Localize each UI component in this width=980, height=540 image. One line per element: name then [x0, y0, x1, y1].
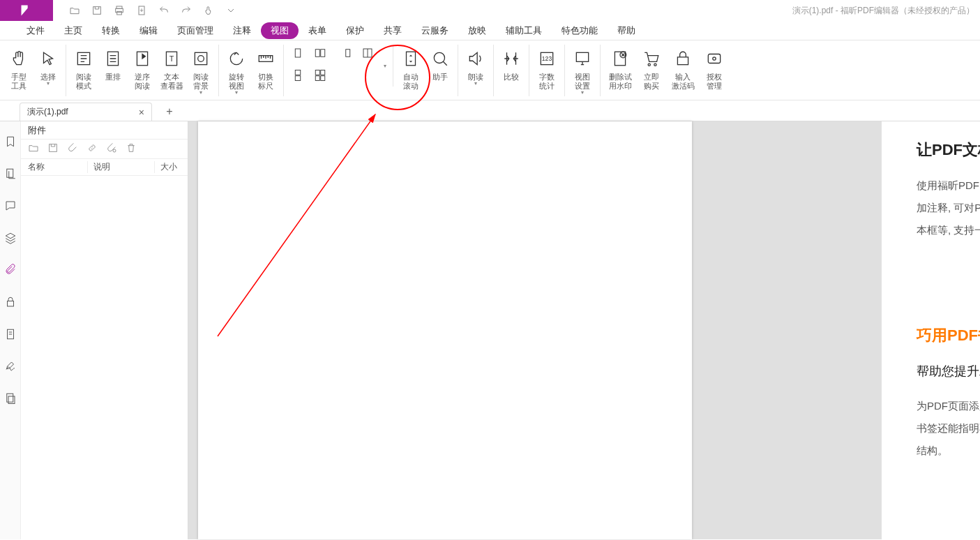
svg-rect-33 — [677, 57, 688, 65]
svg-rect-41 — [50, 144, 57, 152]
svg-point-32 — [654, 63, 656, 66]
destinations-icon[interactable] — [4, 392, 17, 405]
menu-help[interactable]: 帮助 — [608, 22, 645, 39]
add-tab-button[interactable]: + — [160, 103, 179, 121]
svg-rect-28 — [576, 52, 588, 61]
attachments-icon[interactable] — [4, 264, 17, 276]
activate-button[interactable]: 输入激活码 — [666, 45, 700, 96]
comments-icon[interactable] — [4, 200, 17, 212]
compare-button[interactable]: 比较 — [497, 45, 529, 96]
license-mgmt-button[interactable]: 授权管理 — [700, 45, 729, 96]
security-icon[interactable] — [4, 296, 17, 308]
auto-scroll-button[interactable]: 自动滚动 — [396, 45, 425, 96]
word-count-button[interactable]: 123字数统计 — [532, 45, 565, 96]
col-size[interactable]: 大小 — [155, 161, 188, 173]
menu-share[interactable]: 共享 — [374, 22, 412, 39]
buy-now-button[interactable]: 立即购买 — [637, 45, 666, 96]
menu-form[interactable]: 表单 — [299, 22, 336, 39]
promo-text-3a: 为PDF页面添加书签, 除了实现内容的快速 — [917, 395, 980, 417]
toggle-ruler-button[interactable]: 切换标尺 — [251, 45, 284, 96]
reflow-button[interactable]: 重排 — [98, 45, 128, 96]
svg-rect-40 — [8, 396, 15, 404]
svg-rect-22 — [346, 50, 350, 57]
menu-home[interactable]: 主页 — [54, 22, 92, 39]
col-name[interactable]: 名称 — [21, 161, 88, 173]
page-layout-grid — [287, 45, 334, 87]
menu-bar: 文件 主页 转换 编辑 页面管理 注释 视图 表单 保护 共享 云服务 放映 辅… — [0, 21, 980, 40]
print-icon[interactable] — [113, 4, 126, 17]
save-attachment-icon[interactable] — [47, 142, 59, 156]
document-viewport[interactable]: 让PDF文档发挥更大价值 使用福昕PDF阅读器 (foxit reader) 为… — [188, 121, 980, 539]
split-view-icon[interactable] — [359, 45, 376, 61]
promo-heading-1: 让PDF文档发挥更大价值 — [917, 140, 980, 160]
export-icon[interactable] — [135, 4, 148, 17]
attachments-columns: 名称 说明 大小 — [21, 159, 188, 176]
reverse-read-button[interactable]: 逆序阅读 — [128, 45, 157, 96]
continuous-icon[interactable] — [289, 67, 306, 84]
facing-page-icon[interactable] — [312, 45, 329, 61]
layers-icon[interactable] — [4, 232, 17, 244]
menu-slideshow[interactable]: 放映 — [458, 22, 496, 39]
menu-annotate[interactable]: 注释 — [223, 22, 261, 39]
svg-rect-17 — [295, 76, 301, 81]
page-layout-grid-2 — [334, 45, 382, 87]
qat-dropdown-icon[interactable] — [225, 4, 237, 17]
undo-icon[interactable] — [158, 4, 170, 17]
menu-protect[interactable]: 保护 — [336, 22, 374, 39]
menu-view[interactable]: 视图 — [261, 22, 299, 39]
signatures-icon[interactable] — [4, 360, 17, 373]
promo-text-1a: 使用福昕PDF阅读器 (foxit reader) 为PDF — [917, 174, 980, 197]
read-mode-button[interactable]: 阅读模式 — [69, 45, 98, 96]
select-button[interactable]: 选择▾ — [33, 45, 66, 96]
continuous-facing-icon[interactable] — [312, 67, 329, 84]
cover-facing-icon[interactable] — [337, 45, 354, 61]
col-desc[interactable]: 说明 — [88, 161, 155, 173]
layout-dropdown-icon[interactable]: ▾ — [382, 45, 389, 87]
save-icon[interactable] — [91, 4, 103, 17]
view-settings-button[interactable]: 视图设置▾ — [568, 45, 601, 96]
read-background-button[interactable]: 阅读背景▾ — [186, 45, 219, 96]
svg-rect-20 — [315, 76, 319, 81]
delete-attachment-icon[interactable] — [126, 142, 137, 156]
svg-rect-0 — [93, 7, 101, 15]
bookmark-icon[interactable] — [4, 135, 17, 148]
app-logo[interactable] — [0, 0, 53, 21]
add-attachment-icon[interactable] — [67, 142, 78, 156]
menu-file[interactable]: 文件 — [17, 22, 54, 39]
menu-features[interactable]: 特色功能 — [552, 22, 608, 39]
text-viewer-button[interactable]: T文本查看器 — [157, 45, 186, 96]
svg-rect-3 — [117, 11, 122, 15]
svg-point-35 — [713, 57, 716, 60]
document-tab[interactable]: 演示(1).pdf × — [20, 103, 152, 121]
attachments-panel: 附件 名称 说明 大小 — [21, 121, 188, 539]
svg-rect-39 — [6, 393, 13, 402]
assistant-button[interactable]: 助手 — [425, 45, 458, 96]
svg-rect-21 — [321, 76, 325, 81]
menu-cloud[interactable]: 云服务 — [412, 22, 458, 39]
remove-trial-watermark-button[interactable]: 删除试用水印 — [603, 45, 637, 96]
open-attachment-icon[interactable] — [28, 142, 39, 156]
hand-tool-button[interactable]: 手型工具 — [4, 45, 33, 96]
window-title: 演示(1).pdf - 福昕PDF编辑器（未经授权的产品） — [792, 0, 974, 21]
menu-page-mgmt[interactable]: 页面管理 — [167, 22, 223, 39]
link-attachment-icon[interactable] — [86, 142, 98, 156]
open-icon[interactable] — [68, 4, 81, 17]
menu-edit[interactable]: 编辑 — [130, 22, 167, 39]
menu-accessibility[interactable]: 辅助工具 — [496, 22, 552, 39]
menu-convert[interactable]: 转换 — [92, 22, 130, 39]
workspace: 附件 名称 说明 大小 让PDF文档发挥更大价值 使用福昕PDF阅读器 (fox… — [0, 121, 980, 539]
single-page-icon[interactable] — [289, 45, 306, 61]
title-bar: 演示(1).pdf - 福昕PDF编辑器（未经授权的产品） — [0, 0, 980, 21]
read-aloud-button[interactable]: 朗读▾ — [461, 45, 494, 96]
svg-rect-18 — [315, 70, 319, 75]
close-tab-icon[interactable]: × — [139, 107, 144, 118]
redo-icon[interactable] — [180, 4, 193, 17]
svg-rect-15 — [321, 50, 325, 57]
pages-icon[interactable] — [4, 167, 17, 180]
svg-point-11 — [198, 56, 204, 62]
edit-attachment-icon[interactable] — [106, 142, 117, 156]
touch-mode-icon[interactable] — [202, 4, 215, 17]
rotate-view-button[interactable]: 旋转视图▾ — [222, 45, 251, 96]
promo-sidebar: 让PDF文档发挥更大价值 使用福昕PDF阅读器 (foxit reader) 为… — [882, 121, 980, 539]
articles-icon[interactable] — [4, 328, 17, 340]
